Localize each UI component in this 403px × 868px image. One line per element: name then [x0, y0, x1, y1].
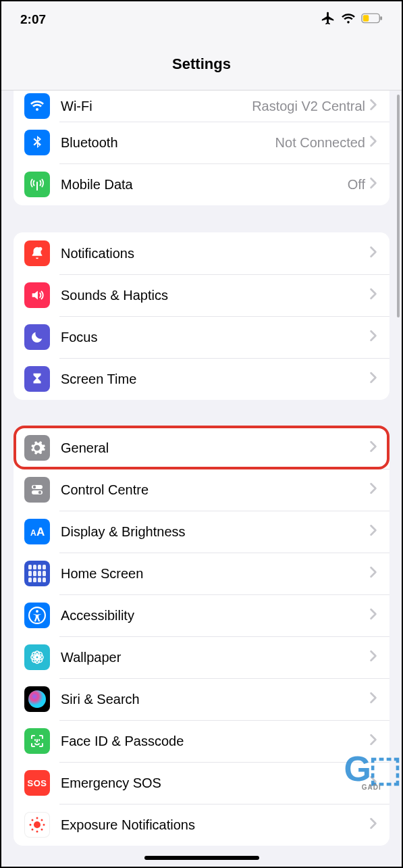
chevron-right-icon — [369, 372, 377, 386]
settings-row-exposure-notifications[interactable]: Exposure Notifications — [14, 804, 389, 846]
settings-row-sounds-haptics[interactable]: Sounds & Haptics — [14, 274, 389, 316]
settings-row-face-id-passcode[interactable]: Face ID & Passcode — [14, 720, 389, 762]
svg-point-27 — [32, 819, 34, 821]
page-title: Settings — [172, 55, 231, 73]
row-value: Rastogi V2 Central — [252, 99, 365, 114]
row-label: Accessibility — [61, 608, 369, 623]
scroll-indicator — [397, 95, 400, 317]
svg-point-11 — [36, 610, 38, 613]
settings-section: NotificationsSounds & HapticsFocusScreen… — [14, 232, 389, 400]
bluetooth-icon — [24, 130, 50, 155]
settings-row-notifications[interactable]: Notifications — [14, 232, 389, 274]
chevron-right-icon — [369, 566, 377, 581]
settings-row-focus[interactable]: Focus — [14, 316, 389, 358]
wallpaper-icon — [24, 644, 50, 670]
status-time: 2:07 — [20, 12, 46, 27]
chevron-right-icon — [369, 246, 377, 261]
row-label: Focus — [61, 330, 369, 345]
switches-icon — [24, 477, 50, 503]
row-label: Screen Time — [61, 372, 369, 387]
settings-row-siri-search[interactable]: Siri & Search — [14, 678, 389, 720]
settings-section: GeneralControl CentreAADisplay & Brightn… — [14, 427, 389, 846]
chevron-right-icon — [369, 177, 377, 192]
svg-point-29 — [32, 829, 34, 831]
bell-icon — [24, 240, 50, 266]
svg-point-25 — [30, 824, 32, 826]
row-label: Mobile Data — [61, 177, 348, 193]
homescreen-icon — [24, 561, 50, 586]
row-value: Off — [348, 177, 365, 193]
svg-rect-1 — [380, 16, 382, 20]
chevron-right-icon — [369, 608, 377, 623]
svg-point-5 — [33, 486, 36, 488]
settings-row-control-centre[interactable]: Control Centre — [14, 469, 389, 511]
moon-icon — [24, 324, 50, 350]
battery-icon — [361, 13, 383, 26]
svg-rect-2 — [363, 15, 369, 21]
faceid-icon — [24, 728, 50, 754]
settings-row-screen-time[interactable]: Screen Time — [14, 358, 389, 400]
chevron-right-icon — [369, 650, 377, 665]
chevron-right-icon — [369, 775, 377, 790]
row-label: Control Centre — [61, 482, 369, 498]
row-value: Not Connected — [275, 135, 365, 151]
settings-list[interactable]: Wi-FiRastogi V2 CentralBluetoothNot Conn… — [1, 91, 402, 867]
antenna-icon — [24, 172, 50, 197]
settings-row-emergency-sos[interactable]: SOSEmergency SOS — [14, 762, 389, 804]
wifi-icon — [341, 12, 356, 27]
textsize-icon: AA — [24, 519, 50, 544]
row-label: General — [61, 440, 369, 456]
speaker-icon — [24, 282, 50, 308]
svg-point-23 — [36, 817, 38, 819]
chevron-right-icon — [369, 135, 377, 150]
row-label: Notifications — [61, 246, 369, 261]
row-label: Wallpaper — [61, 650, 369, 665]
svg-point-24 — [36, 831, 38, 833]
sos-icon: SOS — [24, 770, 50, 796]
settings-row-display-brightness[interactable]: AADisplay & Brightness — [14, 511, 389, 553]
settings-row-mobile-data[interactable]: Mobile DataOff — [14, 163, 389, 205]
row-label: Display & Brightness — [61, 524, 369, 540]
settings-row-wi-fi[interactable]: Wi-FiRastogi V2 Central — [14, 91, 389, 122]
hourglass-icon — [24, 366, 50, 392]
wifi-icon — [24, 93, 50, 119]
svg-point-7 — [38, 491, 41, 494]
exposure-icon — [24, 812, 50, 838]
row-label: Face ID & Passcode — [61, 734, 369, 749]
chevron-right-icon — [369, 288, 377, 303]
svg-point-22 — [34, 821, 41, 828]
status-indicators — [321, 11, 383, 28]
settings-row-home-screen[interactable]: Home Screen — [14, 553, 389, 594]
svg-point-26 — [43, 824, 45, 826]
row-label: Emergency SOS — [61, 775, 369, 791]
home-indicator[interactable] — [144, 856, 259, 860]
svg-point-28 — [41, 819, 43, 821]
svg-point-21 — [28, 690, 46, 708]
chevron-right-icon — [369, 482, 377, 497]
gear-icon — [24, 435, 50, 461]
chevron-right-icon — [369, 817, 377, 832]
svg-point-3 — [38, 247, 43, 251]
siri-icon — [24, 686, 50, 712]
row-label: Exposure Notifications — [61, 817, 369, 833]
chevron-right-icon — [369, 99, 377, 113]
row-label: Home Screen — [61, 566, 369, 582]
header: Settings — [1, 38, 402, 91]
settings-row-wallpaper[interactable]: Wallpaper — [14, 636, 389, 678]
settings-row-accessibility[interactable]: Accessibility — [14, 594, 389, 636]
svg-text:A: A — [30, 528, 36, 538]
chevron-right-icon — [369, 692, 377, 707]
accessibility-icon — [24, 603, 50, 628]
row-label: Sounds & Haptics — [61, 288, 369, 303]
chevron-right-icon — [369, 330, 377, 344]
chevron-right-icon — [369, 734, 377, 748]
settings-section: Wi-FiRastogi V2 CentralBluetoothNot Conn… — [14, 91, 389, 205]
settings-row-bluetooth[interactable]: BluetoothNot Connected — [14, 122, 389, 163]
row-label: Bluetooth — [61, 135, 275, 151]
settings-row-general[interactable]: General — [14, 427, 389, 469]
row-label: Siri & Search — [61, 692, 369, 707]
svg-point-30 — [41, 829, 43, 831]
status-bar: 2:07 — [1, 1, 402, 38]
row-label: Wi-Fi — [61, 99, 252, 114]
chevron-right-icon — [369, 524, 377, 539]
